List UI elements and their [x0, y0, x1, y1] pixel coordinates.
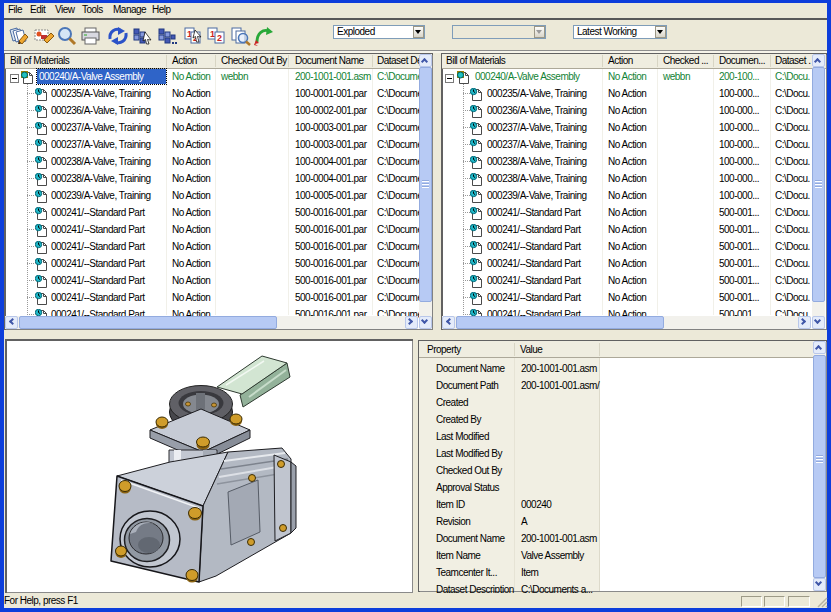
svg-text:2: 2 [217, 33, 222, 43]
svg-text:1: 1 [210, 29, 215, 39]
